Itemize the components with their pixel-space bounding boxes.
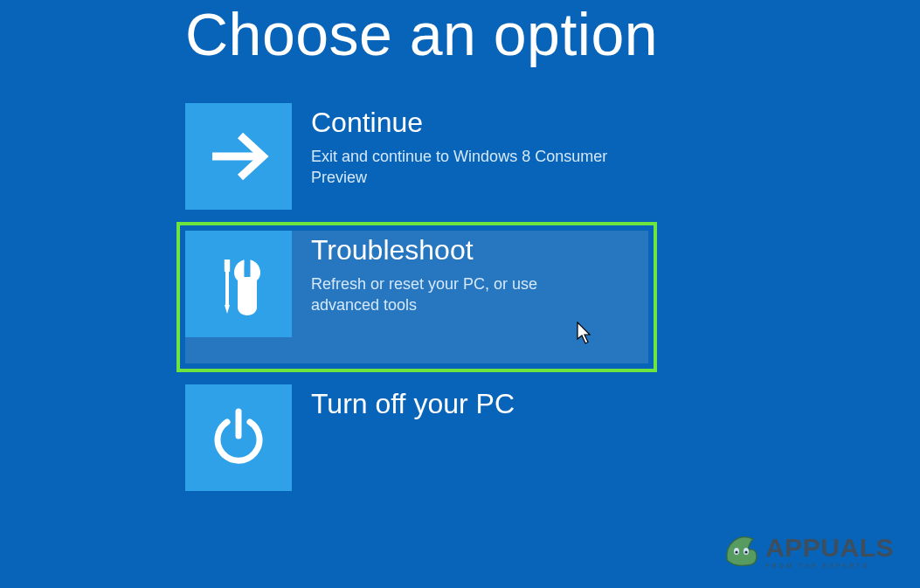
arrow-right-icon — [185, 103, 292, 210]
troubleshoot-title: Troubleshoot — [311, 234, 608, 266]
power-icon — [185, 384, 292, 491]
svg-point-7 — [744, 548, 749, 555]
troubleshoot-option[interactable]: Troubleshoot Refresh or reset your PC, o… — [185, 231, 648, 363]
continue-option[interactable]: Continue Exit and continue to Windows 8 … — [185, 103, 648, 210]
svg-point-9 — [745, 550, 748, 553]
svg-marker-3 — [225, 305, 230, 314]
watermark-logo-icon — [722, 530, 760, 572]
cursor-icon — [577, 322, 592, 348]
page-title: Choose an option — [185, 0, 920, 68]
troubleshoot-desc: Refresh or reset your PC, or use advance… — [311, 273, 608, 316]
continue-text: Continue Exit and continue to Windows 8 … — [292, 103, 608, 189]
boot-options-screen: Choose an option Continue Exit and conti… — [0, 0, 920, 491]
continue-desc: Exit and continue to Windows 8 Consumer … — [311, 146, 608, 189]
turnoff-option[interactable]: Turn off your PC — [185, 384, 648, 491]
svg-point-8 — [736, 550, 738, 553]
watermark: APPUALS FROM THE EXPERTS — [722, 530, 894, 572]
options-list: Continue Exit and continue to Windows 8 … — [185, 103, 920, 491]
turnoff-title: Turn off your PC — [311, 388, 515, 420]
troubleshoot-highlight-box: Troubleshoot Refresh or reset your PC, o… — [176, 222, 657, 372]
continue-title: Continue — [311, 107, 608, 139]
watermark-text: APPUALS FROM THE EXPERTS — [765, 535, 894, 569]
watermark-brand: APPUALS — [765, 535, 894, 561]
svg-rect-1 — [225, 259, 230, 272]
troubleshoot-text: Troubleshoot Refresh or reset your PC, o… — [292, 231, 608, 316]
watermark-tagline: FROM THE EXPERTS — [765, 563, 894, 569]
svg-point-6 — [734, 548, 739, 555]
tools-icon — [185, 231, 292, 337]
svg-rect-2 — [225, 272, 229, 305]
svg-rect-4 — [245, 259, 251, 277]
turnoff-text: Turn off your PC — [292, 384, 515, 427]
